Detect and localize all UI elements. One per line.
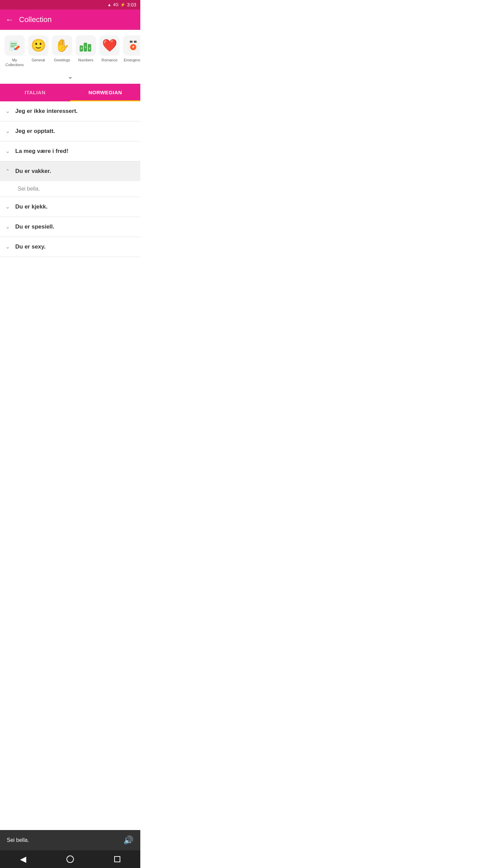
phrase-row-7[interactable]: ⌄ Du er sexy. (0, 237, 140, 257)
greetings-icon-wrap: ✋ (52, 35, 72, 56)
phrase-chevron-1: ⌄ (5, 108, 10, 114)
emergency-icon: + (126, 38, 140, 53)
expand-categories-row[interactable]: ⌄ (0, 70, 140, 84)
category-my-collections-label: My Collections (3, 58, 26, 67)
svg-text:+: + (132, 44, 135, 50)
romance-emoji-icon: ❤️ (102, 38, 117, 53)
category-greetings[interactable]: ✋ Greetings (50, 35, 74, 62)
status-bar: ▲ 4G ⚡ 3:03 (0, 0, 140, 9)
phrase-chevron-7: ⌄ (5, 243, 10, 250)
phrase-item-6: ⌄ Du er spesiell. (0, 217, 140, 237)
phrase-row-1[interactable]: ⌄ Jeg er ikke interessert. (0, 101, 140, 121)
phrase-row-3[interactable]: ⌄ La meg være i fred! (0, 141, 140, 161)
phrase-text-3: La meg være i fred! (15, 148, 68, 155)
phrase-text-5: Du er kjekk. (15, 203, 47, 210)
general-icon-wrap: 🙂 (28, 35, 48, 56)
category-row: My Collections 🙂 General ✋ Greetings 2 1… (0, 30, 140, 70)
expand-categories-icon: ⌄ (67, 72, 73, 80)
back-button[interactable]: ← (5, 15, 14, 24)
phrase-row-4[interactable]: ⌄ Du er vakker. (0, 161, 140, 181)
svg-rect-14 (134, 41, 137, 43)
top-bar: ← Collection (0, 9, 140, 30)
phrase-chevron-3: ⌄ (5, 148, 10, 154)
page-title: Collection (19, 15, 52, 24)
svg-text:2: 2 (81, 47, 82, 50)
svg-text:3: 3 (89, 47, 90, 50)
phrase-chevron-6: ⌄ (5, 223, 10, 230)
tab-italian[interactable]: ITALIAN (0, 84, 70, 101)
general-emoji-icon: 🙂 (31, 38, 46, 53)
numbers-icon-wrap: 2 1 3 (76, 35, 96, 56)
phrase-item-3: ⌄ La meg være i fred! (0, 141, 140, 161)
phrase-item-5: ⌄ Du er kjekk. (0, 197, 140, 217)
phrase-item-7: ⌄ Du er sexy. (0, 237, 140, 257)
translation-text-4: Sei bella. (18, 186, 40, 192)
phrase-text-7: Du er sexy. (15, 243, 45, 250)
svg-rect-13 (130, 41, 133, 43)
svg-text:1: 1 (85, 45, 86, 48)
phrase-list: ⌄ Jeg er ikke interessert. ⌄ Jeg er oppt… (0, 101, 140, 257)
language-tabs: ITALIAN NORWEGIAN (0, 84, 140, 101)
phrase-text-6: Du er spesiell. (15, 223, 54, 230)
my-collections-icon (7, 38, 22, 53)
status-icons: ▲ 4G ⚡ 3:03 (107, 2, 136, 7)
phrase-chevron-2: ⌄ (5, 128, 10, 134)
phrase-text-2: Jeg er opptatt. (15, 128, 55, 135)
phrase-chevron-5: ⌄ (5, 203, 10, 210)
category-emergency[interactable]: + Emergency (121, 35, 140, 62)
greetings-emoji-icon: ✋ (55, 38, 70, 53)
category-emergency-label: Emergency (124, 58, 140, 62)
tab-norwegian[interactable]: NORWEGIAN (70, 84, 140, 101)
phrase-text-4: Du er vakker. (15, 168, 51, 175)
phrase-row-5[interactable]: ⌄ Du er kjekk. (0, 197, 140, 217)
signal-icon: ▲ (107, 2, 111, 7)
category-my-collections[interactable]: My Collections (3, 35, 26, 67)
category-general[interactable]: 🙂 General (26, 35, 50, 62)
category-romance[interactable]: ❤️ Romance (98, 35, 121, 62)
phrase-text-1: Jeg er ikke interessert. (15, 108, 78, 115)
network-label: 4G (113, 2, 119, 7)
my-collections-icon-wrap (4, 35, 25, 56)
phrase-row-6[interactable]: ⌄ Du er spesiell. (0, 217, 140, 237)
phrase-row-8[interactable]: ⌄ Du er sjarmerende. (0, 257, 140, 257)
numbers-icon: 2 1 3 (78, 38, 93, 53)
phrase-item-4: ⌄ Du er vakker. Sei bella. (0, 161, 140, 197)
category-numbers[interactable]: 2 1 3 Numbers (74, 35, 98, 62)
category-greetings-label: Greetings (54, 58, 70, 62)
phrase-item-2: ⌄ Jeg er opptatt. (0, 121, 140, 141)
phrase-item-8: ⌄ Du er sjarmerende. (0, 257, 140, 257)
category-general-label: General (32, 58, 45, 62)
phrase-row-2[interactable]: ⌄ Jeg er opptatt. (0, 121, 140, 141)
phrase-item-1: ⌄ Jeg er ikke interessert. (0, 101, 140, 121)
translation-row-4: Sei bella. (0, 181, 140, 197)
status-time: 3:03 (127, 2, 136, 7)
phrase-chevron-4: ⌄ (5, 168, 10, 174)
category-romance-label: Romance (101, 58, 117, 62)
battery-icon: ⚡ (120, 2, 125, 7)
romance-icon-wrap: ❤️ (99, 35, 120, 56)
emergency-icon-wrap: + (123, 35, 140, 56)
category-numbers-label: Numbers (78, 58, 94, 62)
